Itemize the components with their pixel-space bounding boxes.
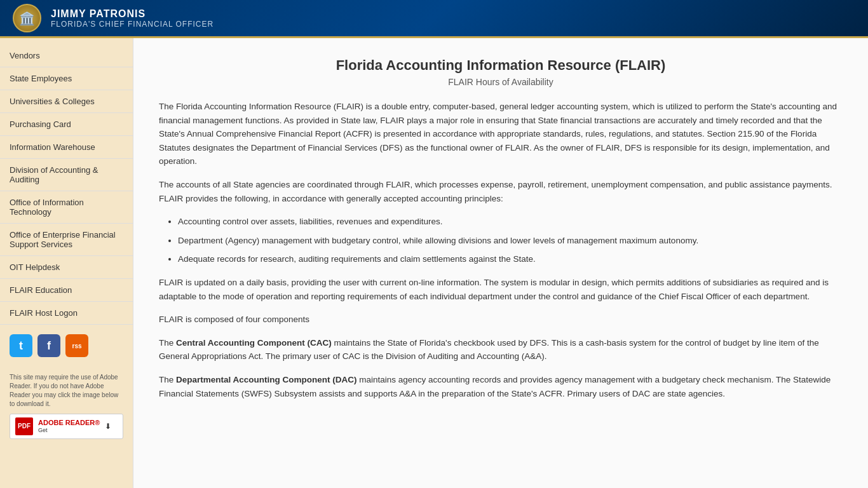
adobe-description: This site may require the use of Adobe R… (10, 373, 123, 409)
sidebar-item-information-warehouse[interactable]: Information Warehouse (0, 136, 133, 159)
features-list: Accounting control over assets, liabilit… (178, 215, 843, 266)
social-links: t f rss (0, 325, 133, 367)
sidebar-item-state-employees[interactable]: State Employees (0, 67, 133, 90)
cfo-name: JIMMY PATRONIS (51, 8, 214, 20)
bullet-list-container: Accounting control over assets, liabilit… (159, 215, 843, 266)
daily-update-paragraph: FLAIR is updated on a daily basis, provi… (159, 276, 843, 303)
cac-label: Central Accounting Component (CAC) (176, 338, 332, 348)
sidebar-item-flair-host-logon[interactable]: FLAIR Host Logon (0, 302, 133, 325)
rss-icon[interactable]: rss (65, 334, 88, 357)
intro-paragraph-1: The Florida Accounting Information Resou… (159, 100, 843, 168)
sidebar-item-universities-colleges[interactable]: Universities & Colleges (0, 90, 133, 113)
page-subtitle: FLAIR Hours of Availability (159, 77, 843, 87)
adobe-section: This site may require the use of Adobe R… (0, 367, 133, 445)
sidebar-item-vendors[interactable]: Vendors (0, 44, 133, 67)
adobe-button-label: ADOBE READER® Get (38, 418, 100, 435)
dac-label: Departmental Accounting Component (DAC) (176, 375, 357, 384)
header-text-block: JIMMY PATRONIS FLORIDA'S CHIEF FINANCIAL… (51, 8, 214, 29)
adobe-download-button[interactable]: PDF ADOBE READER® Get ⬇ (10, 414, 123, 439)
intro-paragraph-2: The accounts of all State agencies are c… (159, 178, 843, 205)
adobe-icon: PDF (15, 417, 33, 435)
bullet-item-1: Accounting control over assets, liabilit… (178, 215, 843, 229)
sidebar-nav: Vendors State Employees Universities & C… (0, 38, 133, 488)
sidebar-item-purchasing-card[interactable]: Purchasing Card (0, 113, 133, 136)
cfo-title: FLORIDA'S CHIEF FINANCIAL OFFICER (51, 20, 214, 29)
sidebar-item-office-information-technology[interactable]: Office of Information Technology (0, 191, 133, 224)
page-title: Florida Accounting Information Resource … (159, 57, 843, 74)
main-content: Florida Accounting Information Resource … (133, 38, 868, 488)
sidebar-item-flair-education[interactable]: FLAIR Education (0, 279, 133, 302)
twitter-icon[interactable]: t (10, 334, 32, 357)
page-layout: Vendors State Employees Universities & C… (0, 38, 868, 488)
sidebar-item-oit-helpdesk[interactable]: OIT Helpdesk (0, 256, 133, 279)
site-header: 🏛️ JIMMY PATRONIS FLORIDA'S CHIEF FINANC… (0, 0, 868, 38)
dac-paragraph: The Departmental Accounting Component (D… (159, 373, 843, 400)
components-heading: FLAIR is composed of four components (159, 313, 843, 327)
cac-paragraph: The Central Accounting Component (CAC) m… (159, 336, 843, 363)
bullet-item-3: Adequate records for research, auditing … (178, 252, 843, 266)
bullet-item-2: Department (Agency) management with budg… (178, 234, 843, 248)
facebook-icon[interactable]: f (37, 334, 60, 357)
sidebar-item-office-enterprise[interactable]: Office of Enterprise Financial Support S… (0, 224, 133, 256)
sidebar-item-division-accounting-auditing[interactable]: Division of Accounting & Auditing (0, 159, 133, 191)
site-logo: 🏛️ (13, 4, 41, 32)
